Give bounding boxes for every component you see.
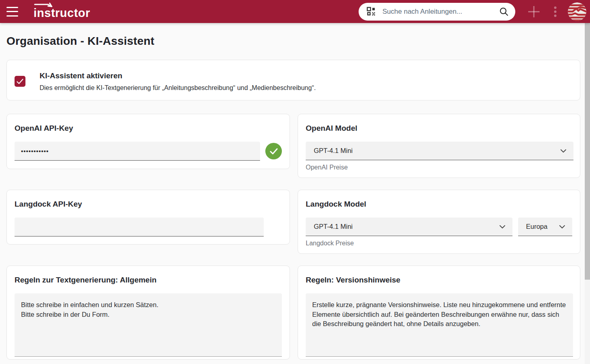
langdock-model-title: Langdock Model — [306, 199, 572, 209]
search-bar — [359, 3, 515, 21]
langdock-region-select[interactable]: Europa — [518, 218, 572, 236]
chevron-down-icon — [498, 222, 507, 231]
openai-api-key-input[interactable] — [15, 142, 260, 161]
scrollbar-thumb[interactable] — [585, 23, 590, 280]
more-options-icon[interactable] — [553, 4, 557, 19]
logo-text: instructor — [34, 6, 90, 19]
openai-model-title: OpenAI Model — [306, 123, 572, 134]
main-content: Organisation - KI-Assistent KI-Assistent… — [0, 35, 590, 360]
rules-general-title: Regeln zur Textgenerierung: Allgemein — [15, 275, 282, 285]
langdock-key-title: Langdock API-Key — [15, 199, 282, 209]
assistant-toggle-title: KI-Assistent aktivieren — [40, 71, 316, 80]
langdock-model-card: Langdock Model GPT-4.1 Mini Europa — [298, 190, 580, 254]
search-icon[interactable] — [499, 7, 509, 17]
rules-general-card: Regeln zur Textgenerierung: Allgemein Bi… — [6, 266, 290, 360]
app-header: instructor — [0, 0, 590, 23]
openai-model-card: OpenAI Model GPT-4.1 Mini OpenAI Preise — [298, 114, 580, 178]
checkbox-check-icon — [17, 79, 23, 84]
page-title: Organisation - KI-Assistent — [6, 35, 580, 48]
ki-assistent-checkbox[interactable] — [15, 76, 25, 87]
menu-icon[interactable] — [6, 7, 19, 17]
key-valid-check-icon — [265, 143, 282, 159]
openai-key-title: OpenAI API-Key — [15, 123, 282, 134]
openai-model-selected-value: GPT-4.1 Mini — [314, 147, 559, 155]
app-logo[interactable]: instructor — [34, 4, 90, 19]
rules-version-title: Regeln: Versionshinweise — [306, 275, 572, 285]
qr-scan-icon[interactable] — [367, 7, 376, 16]
rules-general-textarea[interactable]: Bitte schreibe in einfachen und kurzen S… — [15, 293, 282, 357]
search-input[interactable] — [382, 8, 499, 16]
langdock-model-selected-value: GPT-4.1 Mini — [314, 223, 498, 230]
logo-arrow-icon — [34, 2, 56, 8]
langdock-key-card: Langdock API-Key — [6, 190, 290, 245]
langdock-region-selected-value: Europa — [526, 223, 558, 230]
assistant-toggle-card: KI-Assistent aktivieren Dies ermöglicht … — [6, 60, 580, 100]
rules-version-card: Regeln: Versionshinweise Erstelle kurze,… — [298, 266, 580, 360]
rules-version-textarea[interactable]: Erstelle kurze, prägnante Versionshinwei… — [306, 293, 573, 357]
langdock-model-select[interactable]: GPT-4.1 Mini — [306, 218, 512, 236]
openai-price-link[interactable]: OpenAI Preise — [306, 164, 348, 171]
assistant-toggle-description: Dies ermöglicht die KI-Textgenerierung f… — [40, 84, 316, 92]
langdock-price-link[interactable]: Langdock Preise — [306, 240, 354, 247]
chevron-down-icon — [558, 222, 567, 231]
scrollbar-track — [585, 23, 590, 364]
openai-model-select[interactable]: GPT-4.1 Mini — [306, 142, 573, 160]
avatar[interactable] — [568, 2, 586, 21]
chevron-down-icon — [559, 146, 568, 155]
langdock-api-key-input[interactable] — [15, 218, 264, 236]
add-icon[interactable] — [527, 4, 541, 19]
openai-key-card: OpenAI API-Key — [6, 114, 290, 169]
